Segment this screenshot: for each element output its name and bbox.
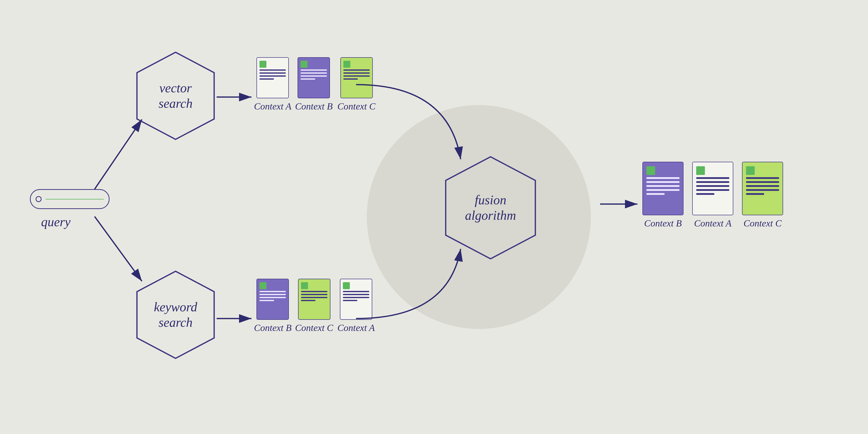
doc-label: Context A <box>337 322 375 333</box>
doc-line-4 <box>646 189 680 191</box>
doc-line-2 <box>746 181 779 183</box>
diagram: query vectorsearch keywordsearch fusiona… <box>0 0 868 434</box>
doc-icon <box>343 61 350 68</box>
fusion-algorithm-label: fusionalgorithm <box>465 192 516 224</box>
doc-line-3 <box>301 75 327 77</box>
final-result-context-b: Context B <box>643 162 683 229</box>
vector-result-context-b: Context B <box>295 57 333 112</box>
query-line <box>45 199 104 200</box>
doc-label: Context A <box>694 218 731 229</box>
keyword-result-context-b: Context B <box>254 279 291 333</box>
keyword-result-context-a: Context A <box>337 279 375 333</box>
doc-line-3 <box>259 75 286 77</box>
final-result-context-a: Context A <box>692 162 733 229</box>
doc-line-3 <box>696 185 729 187</box>
keyword-result-context-c: Context C <box>295 279 333 333</box>
doc-label: Context B <box>254 322 291 333</box>
keyword-search-label: keywordsearch <box>154 299 197 331</box>
doc-line-4 <box>746 189 779 191</box>
doc-line-3 <box>646 185 680 187</box>
doc-line-1 <box>646 177 680 179</box>
doc-line-4 <box>343 78 358 80</box>
doc-line-2 <box>646 181 680 183</box>
doc-line-3 <box>343 297 369 298</box>
doc-icon <box>696 166 705 175</box>
doc-label: Context C <box>295 322 333 333</box>
doc-line-2 <box>259 294 286 295</box>
doc-line-1 <box>696 177 729 179</box>
query-dot <box>36 196 41 202</box>
doc-line-1 <box>259 69 286 71</box>
vector-result-context-a: Context A <box>254 57 291 112</box>
keyword-search-hexagon: keywordsearch <box>134 269 217 361</box>
doc-label: Context C <box>337 101 375 112</box>
doc-line-4 <box>259 300 274 301</box>
doc-line-1 <box>259 291 286 292</box>
doc-line-3 <box>746 185 779 187</box>
doc-line-4 <box>259 78 274 80</box>
doc-line-2 <box>301 72 327 74</box>
fusion-algorithm-hexagon: fusionalgorithm <box>443 154 538 261</box>
doc-line-5 <box>646 193 664 195</box>
doc-icon <box>646 166 655 175</box>
doc-label: Context B <box>644 218 682 229</box>
doc-line-3 <box>301 297 328 298</box>
doc-line-2 <box>301 294 328 295</box>
doc-line-1 <box>746 177 779 179</box>
doc-line-4 <box>301 78 315 80</box>
query-input <box>30 189 110 209</box>
doc-line-1 <box>343 291 369 292</box>
doc-line-3 <box>343 75 370 77</box>
vector-search-hexagon: vectorsearch <box>134 50 217 142</box>
doc-icon <box>746 166 755 175</box>
doc-line-5 <box>746 193 764 195</box>
doc-line-1 <box>343 69 370 71</box>
doc-line-4 <box>343 300 357 301</box>
final-result-context-c: Context C <box>742 162 783 229</box>
doc-line-2 <box>343 294 369 295</box>
vector-result-context-c: Context C <box>337 57 375 112</box>
doc-line-2 <box>696 181 729 183</box>
vector-search-label: vectorsearch <box>159 80 193 111</box>
doc-line-1 <box>301 291 328 292</box>
doc-line-4 <box>301 300 315 301</box>
doc-label: Context B <box>295 101 333 112</box>
doc-line-3 <box>259 297 286 298</box>
doc-icon <box>259 282 267 289</box>
query-label: query <box>41 214 70 229</box>
doc-label: Context C <box>744 218 782 229</box>
doc-line-1 <box>301 69 327 71</box>
doc-icon <box>259 61 267 68</box>
doc-line-2 <box>343 72 370 74</box>
doc-icon <box>301 282 308 289</box>
doc-icon <box>343 282 350 289</box>
doc-line-4 <box>696 189 729 191</box>
doc-label: Context A <box>254 101 291 112</box>
doc-line-2 <box>259 72 286 74</box>
doc-line-5 <box>696 193 714 195</box>
doc-icon <box>301 61 308 68</box>
